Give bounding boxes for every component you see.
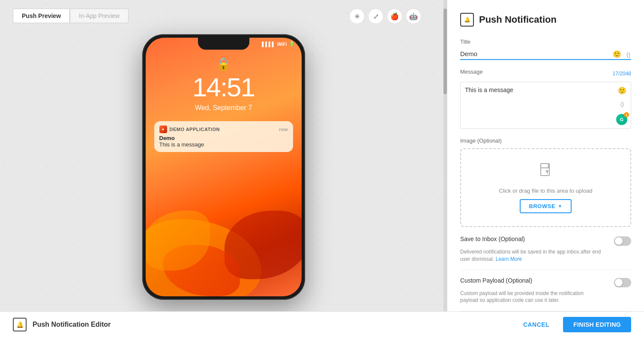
custom-payload-desc: Custom payload will be provided inside t… [460, 290, 602, 304]
notification-card: ● DEMO APPLICATION now Demo This is a me… [154, 121, 293, 152]
title-input[interactable] [460, 48, 631, 60]
finish-editing-button[interactable]: FINISH EDITING [563, 317, 631, 332]
notification-icon: 🔔 [464, 17, 470, 23]
variable-icon-title: {} [626, 51, 630, 58]
grammarly-badge: 1 [624, 112, 629, 117]
panel-title: Push Notification [479, 14, 557, 25]
save-inbox-row: Save to Inbox (Optional) [460, 236, 631, 246]
emoji-btn-title[interactable]: 🙂 [612, 49, 622, 59]
battery-icon: 🔋 [289, 41, 295, 47]
notification-header: ● DEMO APPLICATION now [159, 125, 288, 133]
message-header: Message 17/2048 [460, 69, 631, 78]
grammarly-btn[interactable]: G 1 [616, 114, 627, 125]
emoji-icon-message: 🙂 [618, 87, 626, 94]
panel-header: 🔔 Push Notification [460, 13, 631, 27]
bottom-bar: 🔔 Push Notification Editor CANCEL FINISH… [0, 311, 644, 337]
android-icon: 🤖 [409, 12, 418, 21]
phone-frame: ▌▌▌▌ WiFi 🔋 🔒 14:51 Wed, September 7 [142, 34, 305, 300]
emoji-btn-message[interactable]: 🙂 [617, 86, 627, 95]
grammarly-icon: G [620, 117, 624, 122]
right-panel: 🔔 Push Notification Title 🙂 {} [447, 0, 644, 311]
custom-payload-label: Custom Payload (Optional) [460, 277, 532, 284]
cancel-button[interactable]: CANCEL [516, 318, 556, 331]
editor-title: Push Notification Editor [33, 321, 111, 328]
save-inbox-toggle[interactable] [614, 236, 631, 246]
title-field-label: Title [460, 39, 631, 45]
phone-clock-date: Wed, September 7 [195, 104, 252, 112]
save-inbox-section: Save to Inbox (Optional) Delivered notif… [460, 236, 631, 270]
app-icon: ● [159, 125, 167, 133]
phone-notch [198, 38, 249, 50]
inapp-preview-tab[interactable]: In-App Preview [70, 9, 129, 23]
image-label: Image (Optional) [460, 137, 631, 144]
pin-icon-btn[interactable]: ✳ [349, 9, 365, 24]
notification-time: now [279, 127, 288, 132]
image-section: Image (Optional) Click or drag file to t… [460, 137, 631, 227]
browse-button[interactable]: BROWSE ▼ [520, 199, 572, 213]
variable-btn-title[interactable]: {} [626, 50, 631, 59]
custom-payload-section: Custom Payload (Optional) Custom payload… [460, 277, 631, 311]
title-field-row: Title 🙂 {} [460, 39, 631, 60]
notification-message: This is a message [159, 141, 288, 148]
save-inbox-desc: Delivered notifications will be saved in… [460, 248, 602, 263]
custom-payload-row: Custom Payload (Optional) [460, 277, 631, 287]
apple-icon-btn[interactable]: 🍎 [387, 9, 402, 24]
phone-clock-time: 14:51 [192, 72, 255, 102]
preview-tabs: Push Preview In-App Preview [13, 9, 129, 23]
editor-icon: 🔔 [13, 318, 27, 331]
message-field-label: Message [460, 69, 483, 75]
expand-icon: ⤢ [373, 12, 379, 21]
lock-icon: 🔒 [216, 57, 231, 71]
custom-payload-toggle[interactable] [614, 278, 631, 287]
expand-icon-btn[interactable]: ⤢ [368, 9, 383, 24]
phone-mockup: ▌▌▌▌ WiFi 🔋 🔒 14:51 Wed, September 7 [142, 34, 305, 300]
wifi-icon: WiFi [277, 42, 287, 47]
message-textarea[interactable]: This is a message [461, 82, 631, 121]
bottom-left: 🔔 Push Notification Editor [13, 318, 111, 331]
save-inbox-learn-more[interactable]: Learn More [496, 256, 522, 262]
phone-screen: ▌▌▌▌ WiFi 🔋 🔒 14:51 Wed, September 7 [146, 38, 302, 296]
notification-app-name: DEMO APPLICATION [170, 127, 220, 132]
preview-scrollbar[interactable] [443, 0, 447, 311]
upload-icon [537, 162, 554, 182]
preview-toolbar-icons: ✳ ⤢ 🍎 🤖 [349, 9, 421, 24]
phone-wallpaper: ▌▌▌▌ WiFi 🔋 🔒 14:51 Wed, September 7 [146, 38, 302, 296]
variable-btn-message[interactable]: {} [617, 99, 627, 108]
preview-panel: Push Preview In-App Preview ✳ ⤢ 🍎 🤖 [0, 0, 447, 311]
editor-icon-symbol: 🔔 [16, 321, 24, 328]
notification-title: Demo [159, 135, 288, 141]
android-icon-btn[interactable]: 🤖 [406, 9, 421, 24]
char-count: 17/2048 [613, 71, 631, 77]
title-input-actions: 🙂 {} [612, 49, 631, 59]
textarea-icons: 🙂 {} [617, 86, 627, 108]
variable-icon-message: {} [620, 101, 624, 107]
signal-icon: ▌▌▌▌ [262, 42, 275, 47]
bottom-actions: CANCEL FINISH EDITING [516, 317, 631, 332]
upload-area[interactable]: Click or drag file to this area to uploa… [460, 148, 631, 227]
browse-label: BROWSE [529, 203, 556, 209]
notification-app-info: ● DEMO APPLICATION [159, 125, 220, 133]
status-right: ▌▌▌▌ WiFi 🔋 [262, 41, 294, 47]
apple-icon: 🍎 [390, 12, 399, 21]
emoji-icon-title: 🙂 [613, 51, 621, 58]
textarea-wrapper: This is a message 🙂 {} G 1 [460, 82, 631, 129]
panel-icon: 🔔 [460, 13, 474, 27]
browse-chevron-icon: ▼ [558, 204, 562, 209]
title-input-wrapper: 🙂 {} [460, 48, 631, 60]
save-inbox-label: Save to Inbox (Optional) [460, 236, 525, 242]
message-field-row: Message 17/2048 This is a message 🙂 {} G… [460, 69, 631, 129]
preview-scroll-thumb[interactable] [443, 9, 447, 94]
push-preview-tab[interactable]: Push Preview [13, 9, 70, 23]
upload-text: Click or drag file to this area to uploa… [499, 188, 592, 194]
pin-icon: ✳ [354, 12, 360, 21]
